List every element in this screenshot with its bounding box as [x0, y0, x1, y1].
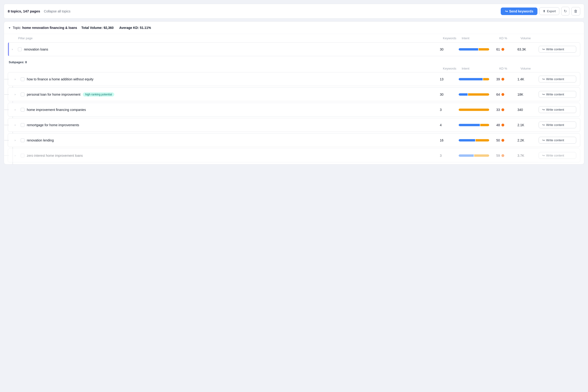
write-label: Write content — [546, 77, 564, 81]
topic-label: Topic: home renovation financing & loans — [13, 26, 77, 30]
write-icon: ↪ — [542, 77, 545, 81]
pillar-row-wrapper: › renovation loans 30 61 63.3K ↪ Write c… — [4, 42, 584, 58]
subpage-write-button[interactable]: ↪ Write content — [539, 122, 576, 128]
subpages-label: Subpages: 8 — [9, 60, 27, 64]
pillar-kd-dot — [501, 48, 504, 51]
subpage-chevron[interactable]: › — [15, 92, 18, 96]
col-volume: Volume — [520, 36, 542, 40]
intent-bar — [459, 93, 489, 96]
delete-button[interactable]: 🗑 — [571, 7, 580, 16]
write-icon: ↪ — [542, 92, 545, 96]
write-label: Write content — [546, 154, 564, 157]
subpage-title: how to finance a home addition without e… — [27, 77, 93, 81]
subpage-kd-dot — [501, 154, 504, 157]
subpage-row-left: › how to finance a home addition without… — [15, 77, 440, 81]
subpage-intent — [459, 93, 496, 96]
col-keywords: Keywords — [443, 36, 462, 40]
subpage-row-left: › zero interest home improvement loans — [15, 154, 440, 158]
col-action — [542, 36, 579, 40]
subpage-write-button[interactable]: ↪ Write content — [539, 91, 576, 98]
subpage-kd: 59 — [496, 154, 517, 158]
subpage-volume: 340 — [517, 108, 539, 112]
pillar-kd-value: 61 — [496, 48, 500, 51]
subpage-title: remortgage for home improvements — [27, 123, 79, 127]
intent-blue-segment — [459, 154, 474, 157]
subpage-intent — [459, 108, 496, 111]
topics-count: 8 topics, 147 pages — [8, 9, 40, 13]
subpage-kd: 50 — [496, 138, 517, 142]
write-label: Write content — [546, 138, 564, 142]
pillar-row-checkbox[interactable] — [18, 48, 22, 51]
subpage-rows: › how to finance a home addition without… — [4, 72, 584, 164]
subpage-kd-value: 48 — [496, 123, 500, 127]
sub-col-kd: KD % — [499, 67, 520, 70]
subpage-title: renovation lending — [27, 138, 54, 142]
intent-yellow-segment — [480, 124, 489, 126]
subpage-kd-value: 50 — [496, 138, 500, 142]
pillar-keywords: 30 — [440, 48, 459, 51]
subpage-checkbox[interactable] — [21, 92, 25, 96]
intent-yellow-segment — [483, 78, 489, 80]
intent-bar — [459, 108, 489, 111]
export-button[interactable]: ⬆ Export — [539, 7, 559, 15]
intent-yellow-segment — [468, 93, 489, 96]
top-bar-right: ↪ Send keywords ⬆ Export ↻ 🗑 — [501, 7, 580, 16]
subpage-keywords: 4 — [440, 123, 459, 127]
subpage-write-button[interactable]: ↪ Write content — [539, 106, 576, 113]
subpage-chevron[interactable]: › — [15, 123, 18, 127]
subpage-keywords: 13 — [440, 77, 459, 81]
subpage-title: personal loan for home improvement — [27, 92, 80, 96]
subpage-keywords: 3 — [440, 108, 459, 112]
subpage-row: › renovation lending 16 50 2.2K ↪ Write … — [8, 133, 580, 147]
intent-yellow-segment — [479, 48, 489, 50]
subpage-chevron[interactable]: › — [15, 154, 18, 157]
subpage-volume: 18K — [517, 92, 539, 96]
subpage-checkbox[interactable] — [21, 154, 25, 158]
write-icon: ↪ — [542, 154, 545, 157]
write-label: Write content — [546, 123, 564, 127]
subpage-checkbox[interactable] — [21, 77, 25, 81]
subpage-kd: 33 — [496, 108, 517, 112]
intent-bar — [459, 139, 489, 142]
subpage-write-button[interactable]: ↪ Write content — [539, 137, 576, 144]
send-keywords-button[interactable]: ↪ Send keywords — [501, 8, 538, 15]
subpage-kd-dot — [501, 93, 504, 96]
pillar-volume: 63.3K — [517, 48, 539, 51]
collapse-all-link[interactable]: Collapse all topics — [44, 10, 71, 13]
refresh-button[interactable]: ↻ — [561, 7, 569, 16]
subpage-write-button[interactable]: ↪ Write content — [539, 152, 576, 159]
subpage-volume: 1.4K — [517, 77, 539, 81]
pillar-write-button[interactable]: ↪ Write content — [539, 46, 576, 53]
subpage-row: › how to finance a home addition without… — [8, 72, 580, 86]
pillar-intent — [459, 48, 496, 50]
write-icon: ↪ — [542, 48, 545, 51]
subpage-title: zero interest home improvement loans — [27, 154, 83, 158]
subpage-row-left: › home improvement financing companies — [15, 108, 440, 112]
col-kd: KD % — [499, 36, 520, 40]
subpage-kd-value: 33 — [496, 108, 500, 112]
subpage-kd-dot — [501, 108, 504, 111]
subpage-kd-dot — [501, 124, 504, 126]
subpage-checkbox[interactable] — [21, 138, 25, 142]
sub-col-volume: Volume — [520, 67, 542, 70]
subpage-keywords: 30 — [440, 92, 459, 96]
pillar-kd: 61 — [496, 48, 517, 51]
pillar-row-left: › renovation loans — [12, 48, 440, 51]
subpage-chevron[interactable]: › — [15, 77, 18, 81]
subpage-chevron[interactable]: › — [15, 108, 18, 112]
subpage-chevron[interactable]: › — [15, 138, 18, 142]
intent-blue-segment — [459, 93, 468, 96]
subpage-write-button[interactable]: ↪ Write content — [539, 76, 576, 82]
subpage-kd: 48 — [496, 123, 517, 127]
top-bar: 8 topics, 147 pages Collapse all topics … — [4, 4, 584, 18]
sub-col-action — [542, 67, 579, 70]
intent-blue-segment — [459, 48, 478, 50]
subpage-kd-dot — [501, 139, 504, 142]
subpages-column-headers: Keywords Intent KD % Volume — [4, 65, 584, 72]
subpage-checkbox[interactable] — [21, 123, 25, 127]
pillar-intent-bar — [459, 48, 489, 50]
subpage-checkbox[interactable] — [21, 108, 25, 112]
pillar-row-chevron[interactable]: › — [12, 48, 16, 51]
topic-chevron-down[interactable]: ▾ — [9, 26, 10, 30]
high-ranking-badge: high ranking potential — [83, 92, 114, 96]
